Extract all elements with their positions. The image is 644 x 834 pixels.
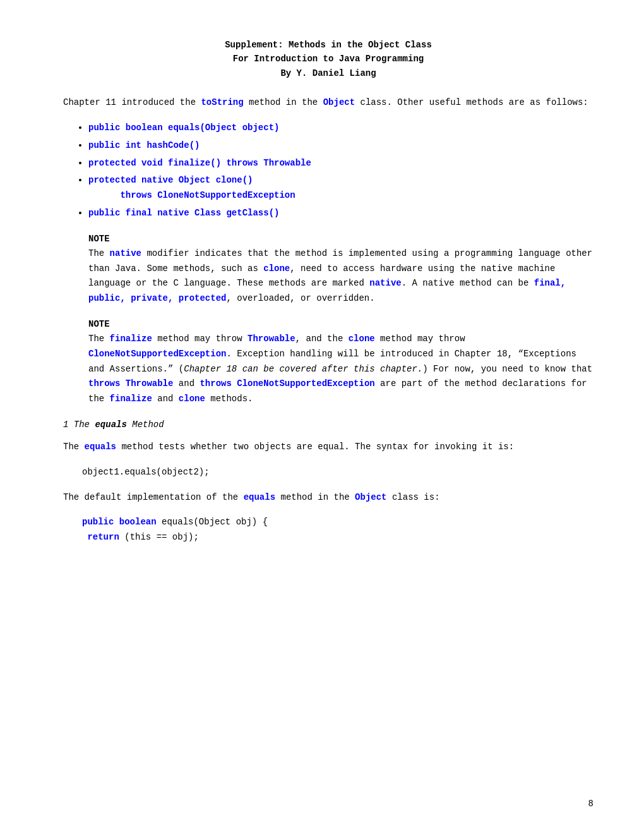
list-item: public int hashCode() <box>88 138 593 154</box>
eq2-text3: class is: <box>387 492 440 502</box>
code1-text: object1.equals(object2); <box>82 467 210 477</box>
note1-clone1: clone <box>263 263 290 274</box>
note2-text3: , and the <box>295 334 349 344</box>
object-keyword: Object <box>323 97 355 107</box>
method-equals: public boolean equals(Object object) <box>88 123 279 133</box>
note2-throws-clone: throws CloneNotSupportedException <box>200 378 374 389</box>
title-line1: Supplement: Methods in the Object Class <box>63 38 593 52</box>
note-box-2: NOTE The finalize method may throw Throw… <box>88 319 593 407</box>
note2-cloneexception1: CloneNotSupportedException <box>88 349 226 359</box>
method-finalize: protected void finalize() throws Throwab… <box>88 158 311 168</box>
note1-native2: native <box>369 278 401 288</box>
intro-text2: method in the <box>244 97 323 107</box>
code-block-1: object1.equals(object2); <box>82 465 593 480</box>
note-box-1: NOTE The native modifier indicates that … <box>88 234 593 306</box>
note1-text5: , overloaded, or overridden. <box>226 293 374 303</box>
intro-text1: Chapter 11 introduced the <box>63 97 201 107</box>
title-block: Supplement: Methods in the Object Class … <box>63 38 593 80</box>
list-item: protected void finalize() throws Throwab… <box>88 156 593 171</box>
note2-text10: methods. <box>205 394 253 404</box>
note1-native1: native <box>110 248 141 258</box>
equals-para1: The equals method tests whether two obje… <box>63 440 593 455</box>
method-list: public boolean equals(Object object) pub… <box>88 121 593 221</box>
list-item: public boolean equals(Object object) <box>88 121 593 136</box>
intro-paragraph: Chapter 11 introduced the toString metho… <box>63 95 593 111</box>
method-hashcode: public int hashCode() <box>88 140 200 150</box>
eq2-object-kw: Object <box>355 492 386 502</box>
note2-clone1: clone <box>349 334 375 344</box>
intro-text3: class. Other useful methods are as follo… <box>355 97 588 107</box>
section1-number: 1 <box>63 420 68 430</box>
note2-throwable1: Throwable <box>247 334 295 344</box>
note2-body: The finalize method may throw Throwable,… <box>88 332 593 407</box>
eq-text2: method tests whether two objects are equ… <box>116 442 514 452</box>
note2-text1: The <box>88 334 110 344</box>
eq-text1: The <box>63 442 85 452</box>
page-container: Supplement: Methods in the Object Class … <box>0 0 644 593</box>
eq-equals-kw: equals <box>85 442 116 452</box>
note1-text4: . A native method can be <box>402 278 534 288</box>
note2-finalize2: finalize <box>110 394 152 404</box>
note2-throws-throwable: throws Throwable <box>88 378 173 389</box>
title-line2: For Introduction to Java Programming <box>63 52 593 66</box>
eq2-text2: method in the <box>275 492 355 502</box>
note2-finalize1: finalize <box>110 334 152 344</box>
code-block-2: public boolean equals(Object obj) { retu… <box>82 515 593 545</box>
list-item: public final native Class getClass() <box>88 206 593 221</box>
note2-title: NOTE <box>88 319 593 329</box>
note2-text6: ) For now, you need to know that <box>422 364 592 374</box>
eq2-equals-kw: equals <box>244 492 275 502</box>
note1-body: The native modifier indicates that the m… <box>88 246 593 306</box>
note1-title: NOTE <box>88 234 593 244</box>
code2-line1: public boolean equals(Object obj) { <box>82 515 593 530</box>
note1-text1: The <box>88 248 110 258</box>
section1-heading: 1 The equals Method <box>63 420 593 430</box>
method-getclass: public final native Class getClass() <box>88 208 279 218</box>
section1-title-end: Method <box>127 420 164 430</box>
tostring-keyword: toString <box>201 97 243 107</box>
list-item: protected native Object clone() throws C… <box>88 173 593 203</box>
code2-line2: return (this == obj); <box>82 530 593 545</box>
note2-italic: Chapter 18 can be covered after this cha… <box>184 364 422 374</box>
page-number: 8 <box>588 799 593 809</box>
title-line3: By Y. Daniel Liang <box>63 66 593 80</box>
section1-title-plain: The <box>74 420 95 430</box>
equals-para2: The default implementation of the equals… <box>63 490 593 505</box>
note2-clone2: clone <box>179 394 205 404</box>
eq2-text1: The default implementation of the <box>63 492 244 502</box>
note2-text2: method may throw <box>152 334 247 344</box>
note2-text7: and <box>173 378 200 389</box>
section1-title-bold: equals <box>95 420 126 430</box>
method-clone: protected native Object clone() throws C… <box>88 175 295 200</box>
note2-text9: and <box>152 394 179 404</box>
note2-text4: method may throw <box>375 334 465 344</box>
